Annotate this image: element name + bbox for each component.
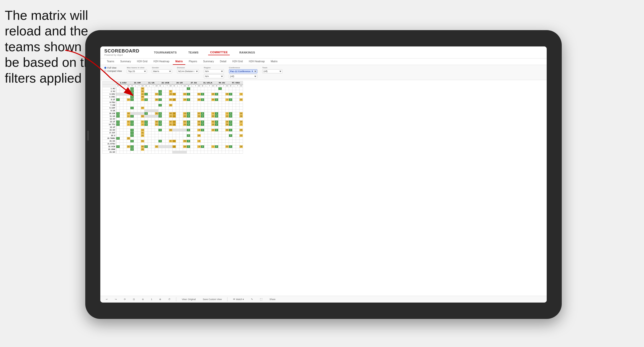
view-original-btn[interactable]: View: Original xyxy=(180,298,197,301)
matrix-cell xyxy=(190,134,194,137)
matrix-cell xyxy=(222,120,225,123)
matrix-cell: 1 xyxy=(218,87,222,90)
matrix-cell xyxy=(211,126,215,129)
conference-select2[interactable]: (All) xyxy=(229,74,257,78)
matrix-cell xyxy=(211,151,215,153)
matrix-cell xyxy=(137,90,141,93)
matrix-cell xyxy=(236,95,239,98)
matrix-cell xyxy=(148,90,151,93)
matrix-cell xyxy=(194,137,197,140)
matrix-cell xyxy=(134,145,137,148)
matrix-cell xyxy=(134,151,137,153)
max-teams-select[interactable]: Top 25 Top 10 Top 50 xyxy=(127,69,147,73)
matrix-cell xyxy=(215,109,218,112)
matrix-cell: 0 xyxy=(116,137,120,140)
share-btn[interactable]: Share xyxy=(268,298,277,301)
matrix-cell xyxy=(162,131,166,134)
region-select2[interactable]: N/A xyxy=(204,74,224,78)
matrix-cell: 1 xyxy=(173,115,176,118)
zoom-in-btn[interactable]: ⊕ xyxy=(158,298,163,301)
matrix-cell xyxy=(229,137,232,140)
nav-teams[interactable]: TEAMS xyxy=(186,50,201,55)
conference-label: Conference xyxy=(229,67,257,69)
matrix-cell xyxy=(158,126,162,129)
matrix-cell xyxy=(148,93,151,95)
filter-max-teams: Max teams in view Top 25 Top 10 Top 50 xyxy=(127,67,147,73)
matrix-cell: 34 xyxy=(183,145,187,148)
matrix-cell xyxy=(218,134,222,137)
matrix-cell: 38 xyxy=(155,120,158,123)
matrix-cell xyxy=(225,140,229,142)
matrix-cell xyxy=(232,109,236,112)
matrix-cell xyxy=(236,123,239,126)
matrix-cell xyxy=(130,151,134,153)
annotate-btn[interactable]: ✎ xyxy=(250,298,255,301)
matrix-cell xyxy=(130,142,134,145)
undo-btn[interactable]: ↩ xyxy=(104,298,109,301)
matrix-cell xyxy=(134,123,137,126)
matrix-cell: 15 xyxy=(197,134,201,137)
matrix-cell xyxy=(225,87,229,90)
matrix-cell xyxy=(162,123,166,126)
sub-tab-h2hgrid2[interactable]: H2H Grid xyxy=(230,59,245,65)
sub-tab-h2hheatmap2[interactable]: H2H Heatmap xyxy=(246,59,267,65)
redo-btn[interactable]: ↪ xyxy=(113,298,118,301)
full-view-radio[interactable] xyxy=(104,67,106,69)
sub-tab-players[interactable]: Players xyxy=(186,59,200,65)
sub-tab-summary2[interactable]: Summary xyxy=(201,59,216,65)
team-select[interactable]: (All) xyxy=(262,69,282,73)
timer-btn[interactable]: ⏱ xyxy=(167,298,172,301)
region-select[interactable]: N/A East West xyxy=(204,69,224,73)
row-team-label: 10. UW xyxy=(103,112,116,115)
matrix-cell xyxy=(176,123,180,126)
matrix-cell xyxy=(151,129,155,131)
sub-tab-h2hheatmap1[interactable]: H2H Heatmap xyxy=(151,59,172,65)
watch-btn[interactable]: 👁 Watch ▾ xyxy=(231,298,246,301)
sub-tab-detail[interactable]: Detail xyxy=(217,59,229,65)
gender-select[interactable]: Men's Women's xyxy=(152,69,172,73)
matrix-cell xyxy=(201,142,204,145)
matrix-cell xyxy=(158,151,162,153)
matrix-cell: 63 xyxy=(197,120,201,123)
compact-view-label[interactable]: Compact View xyxy=(107,70,122,72)
nav-rankings[interactable]: RANKINGS xyxy=(237,50,257,55)
sub-tab-matrix2[interactable]: Matrix xyxy=(268,59,280,65)
matrix-cell xyxy=(187,90,190,93)
division-select[interactable]: NCAA Division I NCAA Division II xyxy=(177,69,199,73)
matrix-cell xyxy=(225,151,229,153)
matrix-cell xyxy=(211,131,215,134)
matrix-cell: 3 xyxy=(116,145,120,148)
nav-committee[interactable]: COMMITTEE xyxy=(208,50,230,55)
matrix-cell xyxy=(204,140,208,142)
matrix-scroll[interactable]: 3. ASU 10. UW 11. UA 22. UCB 24. UO 27. … xyxy=(100,80,547,296)
zoom-fit-btn[interactable]: ⊡ xyxy=(131,298,136,301)
matrix-cell: 0 xyxy=(158,112,162,115)
matrix-cell xyxy=(134,90,137,93)
zoom-out-btn[interactable]: ⊖ xyxy=(140,298,145,301)
matrix-cell xyxy=(194,120,197,123)
matrix-cell xyxy=(151,104,155,106)
sub-tab-h2hgrid1[interactable]: H2H Grid xyxy=(134,59,150,65)
matrix-cell xyxy=(169,87,173,90)
compact-view-radio[interactable] xyxy=(104,70,106,72)
sub-tab-teams[interactable]: Teams xyxy=(104,59,117,65)
matrix-cell: 1 xyxy=(229,145,232,148)
matrix-cell xyxy=(134,101,137,104)
sub-tab-summary1[interactable]: Summary xyxy=(118,59,133,65)
matrix-cell: 60 xyxy=(211,115,215,118)
matrix-cell xyxy=(204,129,208,131)
sub-tab-matrix[interactable]: Matrix xyxy=(173,59,185,65)
matrix-cell xyxy=(218,118,222,120)
matrix-cell xyxy=(155,137,158,140)
matrix-cell xyxy=(137,87,141,90)
matrix-cell xyxy=(134,104,137,106)
conference-select[interactable]: Pac-12 Conference ▼ ACC Big Ten SEC xyxy=(229,69,257,73)
full-view-label[interactable]: Full View xyxy=(107,67,116,69)
nav-tournaments[interactable]: TOURNAMENTS xyxy=(152,50,179,55)
fullscreen-btn[interactable]: ⛶ xyxy=(259,298,264,301)
matrix-cell xyxy=(166,140,169,142)
refresh-btn[interactable]: ⟳ xyxy=(122,298,127,301)
save-custom-btn[interactable]: Save Custom View xyxy=(201,298,223,301)
matrix-cell xyxy=(173,134,176,137)
wlt-t7: T xyxy=(208,84,211,87)
